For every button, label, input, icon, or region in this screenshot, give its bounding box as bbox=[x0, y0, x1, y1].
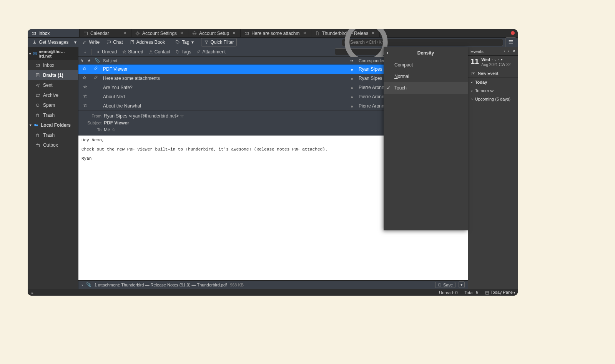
star-to-icon[interactable]: ☆ bbox=[111, 127, 116, 132]
tab-account-settings[interactable]: Account Settings✕ bbox=[131, 29, 188, 37]
density-option-compact[interactable]: Compact bbox=[384, 59, 468, 71]
date-prev[interactable]: ‹ bbox=[492, 57, 493, 62]
thread-pane: Unread Starred Contact Tags Attachment F… bbox=[78, 47, 468, 289]
attach-expand-icon[interactable]: › bbox=[81, 283, 83, 287]
address-book-button[interactable]: Address Book bbox=[127, 38, 168, 46]
star-from-icon[interactable]: ☆ bbox=[180, 113, 184, 119]
online-status-icon[interactable] bbox=[30, 290, 34, 295]
write-button[interactable]: Write bbox=[79, 38, 103, 46]
attachment-bar: › 📎 1 attachment: Thunderbird — Release … bbox=[78, 280, 468, 289]
star-icon[interactable] bbox=[82, 76, 86, 81]
status-unread: Unread: 0 bbox=[439, 290, 457, 295]
folder-spam[interactable]: Spam bbox=[28, 100, 78, 110]
chevron-icon: › bbox=[471, 97, 473, 101]
star-icon[interactable] bbox=[82, 66, 86, 72]
tab-account-setup[interactable]: Account Setup✕ bbox=[188, 29, 241, 37]
tab-close-icon[interactable]: ✕ bbox=[231, 31, 236, 36]
attachment-text[interactable]: 1 attachment: Thunderbird — Release Note… bbox=[95, 283, 227, 287]
svg-point-25 bbox=[97, 51, 99, 53]
col-subject[interactable]: Subject bbox=[101, 58, 347, 63]
qf-pin[interactable] bbox=[81, 49, 90, 55]
qf-contact[interactable]: Contact bbox=[146, 48, 173, 56]
density-option-normal[interactable]: Normal bbox=[384, 71, 468, 82]
date-today[interactable]: ○ bbox=[494, 57, 496, 62]
attachment-size: 968 KB bbox=[230, 283, 244, 287]
folder-inbox[interactable]: Inbox bbox=[28, 60, 78, 70]
density-menu: ‹ Density CompactNormal✓Touch bbox=[384, 47, 468, 230]
events-prev[interactable]: ‹ bbox=[504, 49, 505, 53]
events-title: Events bbox=[470, 49, 484, 54]
main-area: ▾ nemo@thu…ird.net InboxDrafts (1)SentAr… bbox=[28, 47, 518, 289]
tab-inbox[interactable]: Inbox bbox=[28, 29, 80, 37]
col-read-icon[interactable]: •• bbox=[347, 58, 356, 63]
qf-tags[interactable]: Tags bbox=[173, 48, 193, 56]
app-window: InboxCalendar✕Account Settings✕Account S… bbox=[28, 29, 518, 296]
qf-attachment[interactable]: Attachment bbox=[194, 48, 228, 56]
window-close[interactable] bbox=[511, 31, 515, 36]
tag-button[interactable]: Tag ▾ bbox=[172, 38, 196, 46]
today-pane-toggle[interactable]: Today Pane▾ bbox=[485, 290, 515, 295]
events-close[interactable]: ✕ bbox=[512, 49, 515, 53]
tabs-bar: InboxCalendar✕Account Settings✕Account S… bbox=[28, 29, 518, 38]
date-next[interactable]: › bbox=[498, 57, 499, 62]
header-to[interactable]: Me bbox=[104, 127, 110, 132]
svg-point-3 bbox=[137, 32, 139, 34]
tab-close-icon[interactable]: ✕ bbox=[179, 31, 184, 36]
folder-pane: ▾ nemo@thu…ird.net InboxDrafts (1)SentAr… bbox=[28, 47, 78, 289]
star-icon[interactable] bbox=[83, 94, 87, 99]
svg-rect-11 bbox=[131, 41, 134, 44]
status-total: Total: 5 bbox=[465, 290, 478, 295]
attachment-save-button[interactable]: Save bbox=[435, 282, 455, 288]
header-from[interactable]: Ryan Sipes <ryan@thunderbird.net> bbox=[104, 113, 179, 119]
header-subject: PDF Viewer bbox=[104, 120, 129, 126]
svg-point-26 bbox=[150, 50, 151, 51]
qf-unread[interactable]: Unread bbox=[94, 48, 119, 56]
events-next[interactable]: › bbox=[508, 49, 509, 53]
svg-point-30 bbox=[32, 294, 32, 295]
svg-rect-1 bbox=[84, 32, 88, 35]
qf-starred[interactable]: Starred bbox=[120, 48, 145, 56]
check-icon: ✓ bbox=[387, 85, 391, 91]
folder-archive[interactable]: Archive bbox=[28, 90, 78, 100]
tab-close-icon[interactable]: ✕ bbox=[122, 31, 127, 36]
attach-icon bbox=[94, 76, 98, 81]
folder-drafts-[interactable]: Drafts (1) bbox=[28, 70, 78, 80]
folder-trash[interactable]: Trash bbox=[28, 110, 78, 120]
account-row[interactable]: ▾ nemo@thu…ird.net bbox=[28, 47, 78, 60]
density-option-touch[interactable]: ✓Touch bbox=[384, 82, 468, 94]
tab-calendar[interactable]: Calendar✕ bbox=[80, 29, 131, 37]
svg-line-23 bbox=[37, 104, 39, 106]
tab-here-are-some-attachm[interactable]: Here are some attachm✕ bbox=[241, 29, 311, 37]
attach-icon bbox=[94, 66, 98, 72]
account-name: nemo@thu…ird.net bbox=[39, 49, 76, 58]
col-attach-icon[interactable]: 📎 bbox=[95, 58, 100, 63]
tab-close-icon[interactable]: ✕ bbox=[302, 31, 307, 36]
events-date: 11 Wed ‹ ○ › ▾ Aug 2021 CW 32 bbox=[468, 56, 518, 69]
chevron-icon: › bbox=[471, 88, 473, 93]
attachment-save-dropdown[interactable]: ▾ bbox=[459, 281, 465, 288]
svg-rect-21 bbox=[36, 95, 39, 97]
get-messages-button[interactable]: Get Messages bbox=[29, 38, 71, 46]
quick-filter-button[interactable]: Quick Filter bbox=[201, 38, 237, 46]
events-section-today[interactable]: ›Today bbox=[468, 78, 518, 86]
folder-sent[interactable]: Sent bbox=[28, 80, 78, 90]
app-menu-button[interactable] bbox=[505, 37, 516, 48]
density-back-button[interactable]: ‹ bbox=[387, 50, 388, 56]
main-toolbar: Get Messages ▾ Write Chat Address Book T… bbox=[28, 38, 518, 47]
density-title: Density bbox=[417, 50, 434, 56]
star-icon[interactable] bbox=[83, 85, 87, 90]
new-event-button[interactable]: New Event bbox=[468, 69, 518, 78]
local-folders-header[interactable]: ▾ Local Folders bbox=[28, 120, 78, 130]
folder-trash[interactable]: Trash bbox=[28, 130, 78, 140]
svg-point-12 bbox=[131, 41, 132, 42]
date-dropdown[interactable]: ▾ bbox=[501, 57, 503, 62]
get-messages-dropdown[interactable]: ▾ bbox=[72, 38, 78, 46]
events-section-upcoming-days-[interactable]: ›Upcoming (5 days) bbox=[468, 95, 518, 103]
chat-button[interactable]: Chat bbox=[103, 38, 126, 46]
col-star-icon[interactable]: ★ bbox=[87, 58, 91, 63]
col-thread-icon[interactable]: ↳ bbox=[80, 58, 84, 63]
folder-outbox[interactable]: Outbox bbox=[28, 140, 78, 150]
svg-rect-31 bbox=[485, 291, 489, 295]
star-icon[interactable] bbox=[83, 103, 87, 109]
events-section-tomorrow[interactable]: ›Tomorrow bbox=[468, 86, 518, 95]
